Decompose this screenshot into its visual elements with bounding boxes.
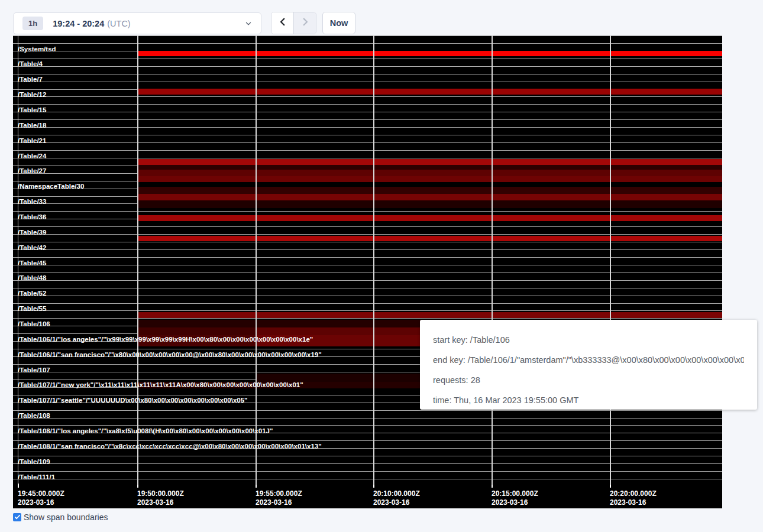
heatmap-rows-area[interactable]: /System/tsd/Table/4/Table/7/Table/12/Tab… (13, 35, 722, 485)
time-range-timezone: (UTC) (107, 19, 130, 28)
chevron-right-icon (300, 17, 311, 30)
hot-span-band (137, 176, 722, 182)
tooltip-end-key: end key: /Table/106/1/"amsterdam"/"\xb33… (433, 354, 744, 366)
span-key-label: /Table/109 (18, 458, 50, 466)
chevron-down-icon (244, 20, 253, 30)
span-key-label: /Table/48 (18, 274, 46, 282)
time-axis-label: 20:15:00.000Z2023-03-16 (492, 489, 538, 507)
key-visualizer-heatmap[interactable]: /System/tsd/Table/4/Table/7/Table/12/Tab… (13, 35, 722, 508)
time-gridline (373, 35, 374, 485)
span-key-label: /Table/106 (18, 320, 50, 328)
span-key-label: /Table/45 (18, 259, 46, 267)
span-key-label: /Table/18 (18, 122, 46, 129)
hot-span-band (137, 312, 722, 318)
tooltip-requests: requests: 28 (433, 374, 744, 386)
hot-span-band (137, 194, 722, 200)
span-key-label: /Table/24 (18, 153, 46, 160)
hot-span-band (137, 187, 722, 194)
span-key-label: /Table/108 (18, 412, 50, 420)
show-span-boundaries-label: Show span boundaries (24, 512, 108, 522)
span-key-label: /Table/55 (18, 305, 46, 313)
time-nav-button-group (271, 12, 316, 34)
time-range-value: 19:24 - 20:24 (53, 19, 104, 28)
time-axis: 19:45:00.000Z2023-03-1619:50:00.000Z2023… (13, 485, 722, 508)
time-gridline (137, 35, 138, 485)
footer: Show span boundaries (13, 512, 108, 522)
chevron-left-icon (277, 17, 288, 30)
span-key-label: /Table/39 (18, 229, 46, 236)
hot-span-band (137, 170, 722, 176)
span-key-label: /Table/107 (18, 366, 50, 374)
span-tooltip: start key: /Table/106 end key: /Table/10… (420, 320, 757, 410)
checkmark-icon (14, 512, 21, 523)
time-range-preset-badge: 1h (22, 17, 43, 30)
span-key-label: /System/tsd (18, 46, 56, 53)
span-key-label: /Table/52 (18, 290, 46, 297)
span-key-label: /Table/106/1/"san francisco"/"\x80\x00\x… (18, 351, 322, 359)
time-axis-label: 20:10:00.000Z2023-03-16 (373, 489, 420, 507)
hot-span-band (137, 200, 722, 208)
now-button[interactable]: Now (322, 12, 355, 34)
tooltip-time: time: Thu, 16 Mar 2023 19:55:00 GMT (433, 394, 744, 406)
toolbar: 1h 19:24 - 20:24 (UTC) Now (0, 0, 763, 35)
next-range-button[interactable] (294, 12, 316, 34)
hot-span-band (137, 159, 722, 165)
span-key-label: /Table/15 (18, 106, 46, 114)
time-axis-label: 19:45:00.000Z2023-03-16 (18, 489, 64, 507)
span-key-label: /Table/107/1/"new york"/"\x11\x11\x11\x1… (18, 381, 303, 389)
show-span-boundaries-checkbox[interactable] (13, 513, 21, 521)
span-key-label: /Table/21 (18, 137, 46, 145)
tooltip-start-key: start key: /Table/106 (433, 334, 744, 346)
span-key-label: /Table/27 (18, 167, 46, 175)
span-key-label: /Table/4 (18, 60, 43, 68)
time-axis-label: 19:50:00.000Z2023-03-16 (137, 489, 184, 507)
span-key-label: /Table/7 (18, 76, 43, 83)
span-key-label: /NamespaceTable/30 (18, 183, 84, 190)
span-key-label: /Table/108/1/"san francisco"/"\x8c\xcc\x… (18, 443, 322, 450)
span-key-label: /Table/108/1/"los angeles"/"\xa8\xf5\u00… (18, 427, 273, 435)
hot-span-band (137, 327, 256, 335)
time-gridline (256, 35, 257, 485)
span-key-label: /Table/111/1 (18, 473, 55, 481)
hot-span-band (137, 89, 722, 95)
hot-span-band (137, 165, 722, 170)
span-key-label: /Table/12 (18, 91, 46, 99)
span-key-label: /Table/106/1/"los angeles"/"\x99\x99\x99… (18, 336, 313, 343)
hot-span-band (137, 236, 722, 241)
span-key-label: /Table/42 (18, 244, 46, 252)
hot-span-band (137, 215, 722, 221)
hot-span-band (137, 51, 722, 56)
time-gridline (492, 35, 493, 485)
time-range-dropdown[interactable]: 1h 19:24 - 20:24 (UTC) (13, 12, 261, 34)
time-axis-label: 20:20:00.000Z2023-03-16 (610, 489, 657, 507)
span-key-label: /Table/36 (18, 213, 46, 221)
span-key-label: /Table/107/1/"seattle"/"UUUUUUD\x00\x80\… (18, 397, 248, 404)
time-axis-label: 19:55:00.000Z2023-03-16 (256, 489, 302, 507)
previous-range-button[interactable] (271, 12, 294, 34)
span-key-label: /Table/33 (18, 198, 46, 206)
time-gridline (610, 35, 611, 485)
